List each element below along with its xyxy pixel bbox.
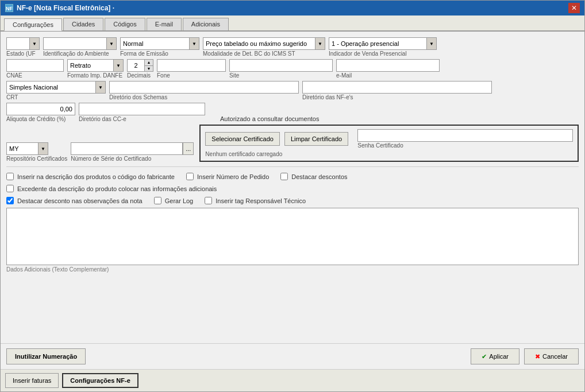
ambiente-label: Identificação do Ambiente <box>43 51 117 57</box>
crt-arrow[interactable]: ▼ <box>95 81 106 94</box>
serie-input[interactable] <box>71 142 183 155</box>
row-2: CNAE Retrato ▼ Formato Imp. DANFE 2 ▲ ▼ … <box>6 59 579 79</box>
excedente-checkbox[interactable] <box>6 185 14 192</box>
additional-data-textarea[interactable] <box>6 208 579 265</box>
configuracoes-nfe-button[interactable]: Configurações NF-e <box>62 373 138 388</box>
excedente-checkbox-row: Excedente da descrição do produto coloca… <box>6 184 217 193</box>
dir-nfe-input[interactable] <box>302 81 492 94</box>
decimais-label: Decimais <box>127 72 153 79</box>
num-pedido-checkbox[interactable] <box>186 173 194 180</box>
destacar-obs-label: Destacar desconto nas observações da not… <box>17 197 143 204</box>
crt-label: CRT <box>6 94 106 100</box>
fone-input[interactable] <box>157 59 226 72</box>
forma-input[interactable]: Normal <box>120 37 189 50</box>
fone-field: Fone <box>157 59 226 79</box>
formato-field: Retrato ▼ Formato Imp. DANFE <box>67 59 124 79</box>
cancel-label: Cancelar <box>542 353 568 360</box>
select-certificate-button[interactable]: Selecionar Certificado <box>205 132 280 146</box>
dir-nfe-field: Diretório das NF-e's <box>302 81 492 100</box>
aliquota-field: 0,00 Aliquota de Crédito (%) <box>6 103 75 122</box>
repositorio-field: MY ▼ Repositório Certificados <box>6 142 67 162</box>
titlebar: NF NF-e [Nota Fiscal Eletrônica] · ✕ <box>1 1 584 15</box>
repositorio-arrow[interactable]: ▼ <box>38 142 48 155</box>
email-label: e-Mail <box>336 72 440 79</box>
row-5: MY ▼ Repositório Certificados ... Número… <box>6 125 579 162</box>
modalidade-label: Modalidade de Det. BC do ICMS ST <box>203 51 325 57</box>
resp-tecnico-label: Inserir tag Responsável Técnico <box>215 197 306 204</box>
indicador-input[interactable]: 1 - Operação presencial <box>329 37 426 50</box>
dir-cce-input[interactable] <box>79 103 205 115</box>
action-buttons: ✔ Aplicar ✖ Cancelar <box>471 348 579 364</box>
dir-schemas-input[interactable] <box>109 81 299 94</box>
decimais-input[interactable]: 2 <box>127 59 144 72</box>
fabricante-checkbox-row: Inserir na descrição dos produtos o códi… <box>6 172 175 181</box>
bottom-buttons: Inutilizar Numeração ✔ Aplicar ✖ Cancela… <box>1 343 584 369</box>
fone-label: Fone <box>157 72 226 79</box>
destacar-obs-checkbox[interactable] <box>6 197 14 204</box>
inutilizar-button[interactable]: Inutilizar Numeração <box>6 348 86 364</box>
inserir-faturas-button[interactable]: Inserir faturas <box>5 373 59 388</box>
ambiente-input[interactable] <box>43 37 106 50</box>
destacar-desc-checkbox-row: Destacar descontos <box>280 172 347 181</box>
destacar-desc-checkbox[interactable] <box>280 173 288 180</box>
window-icon: NF <box>5 4 13 12</box>
email-input[interactable] <box>336 59 440 72</box>
ambiente-arrow[interactable]: ▼ <box>106 37 117 50</box>
row-3: Simples Nacional ▼ CRT Diretório dos Sch… <box>6 81 579 100</box>
dir-nfe-label: Diretório das NF-e's <box>302 94 492 100</box>
clear-certificate-button[interactable]: Limpar Certificado <box>284 132 348 146</box>
tab-configuracoes[interactable]: Configurações <box>4 18 62 31</box>
formato-arrow[interactable]: ▼ <box>113 59 124 72</box>
close-button[interactable]: ✕ <box>568 3 580 13</box>
textarea-section: Dados Adicionais (Texto Complementar) <box>6 208 579 337</box>
forma-arrow[interactable]: ▼ <box>189 37 199 50</box>
formato-input[interactable]: Retrato <box>67 59 113 72</box>
modalidade-field: Preço tabelado ou máximo sugerido ▼ Moda… <box>203 37 325 57</box>
dir-schemas-field: Diretório dos Schemas <box>109 81 299 100</box>
taskbar: Inserir faturas Configurações NF-e <box>1 369 584 391</box>
spin-up-button[interactable]: ▲ <box>145 60 153 66</box>
modalidade-arrow[interactable]: ▼ <box>315 37 325 50</box>
site-label: Site <box>229 72 333 79</box>
gerar-log-checkbox[interactable] <box>154 197 161 204</box>
resp-tecnico-checkbox-row: Inserir tag Responsável Técnico <box>205 196 306 205</box>
cancel-icon: ✖ <box>535 353 540 360</box>
serie-browse-button[interactable]: ... <box>183 142 194 155</box>
senha-field: Senha Certificado <box>357 129 573 149</box>
senha-input[interactable] <box>357 129 573 142</box>
tab-codigos[interactable]: Códigos <box>105 18 145 30</box>
site-field: Site <box>229 59 333 79</box>
cancel-button[interactable]: ✖ Cancelar <box>524 348 579 364</box>
certificate-status: Nenhum certificado carregado <box>205 151 573 157</box>
cnae-input[interactable] <box>6 59 64 72</box>
formato-label: Formato Imp. DANFE <box>67 72 124 79</box>
modalidade-input[interactable]: Preço tabelado ou máximo sugerido <box>203 37 315 50</box>
textarea-label: Dados Adicionais (Texto Complementar) <box>6 266 579 273</box>
email-field: e-Mail <box>336 59 440 79</box>
repositorio-input[interactable]: MY <box>6 142 38 155</box>
estado-field: ▼ Estado (UF <box>6 37 40 57</box>
resp-tecnico-checkbox[interactable] <box>205 197 212 204</box>
estado-input[interactable] <box>6 37 29 50</box>
fabricante-checkbox[interactable] <box>6 173 14 180</box>
tab-content: ▼ Estado (UF ▼ Identificação do Ambiente… <box>1 32 584 343</box>
indicador-arrow[interactable]: ▼ <box>426 37 437 50</box>
site-input[interactable] <box>229 59 333 72</box>
cnae-label: CNAE <box>6 72 64 79</box>
serie-field: ... Número de Série do Certificado <box>71 142 194 162</box>
checkboxes-row-1: Inserir na descrição dos produtos o códi… <box>6 172 579 181</box>
dir-cce-label: Diretório das CC-e <box>79 116 205 122</box>
crt-input[interactable]: Simples Nacional <box>6 81 95 94</box>
aliquota-input[interactable]: 0,00 <box>6 103 75 115</box>
apply-button[interactable]: ✔ Aplicar <box>471 348 519 364</box>
tab-email[interactable]: E-mail <box>147 18 182 30</box>
estado-arrow[interactable]: ▼ <box>29 37 40 50</box>
tab-adicionais[interactable]: Adicionais <box>183 18 229 30</box>
main-window: NF NF-e [Nota Fiscal Eletrônica] · ✕ Con… <box>0 0 585 392</box>
spin-down-button[interactable]: ▼ <box>145 66 153 72</box>
excedente-label: Excedente da descrição do produto coloca… <box>17 185 217 192</box>
serie-label: Número de Série do Certificado <box>71 156 194 162</box>
tab-cidades[interactable]: Cidades <box>63 18 103 30</box>
forma-field: Normal ▼ Forma de Emissão <box>120 37 199 57</box>
fabricante-label: Inserir na descrição dos produtos o códi… <box>17 173 175 180</box>
